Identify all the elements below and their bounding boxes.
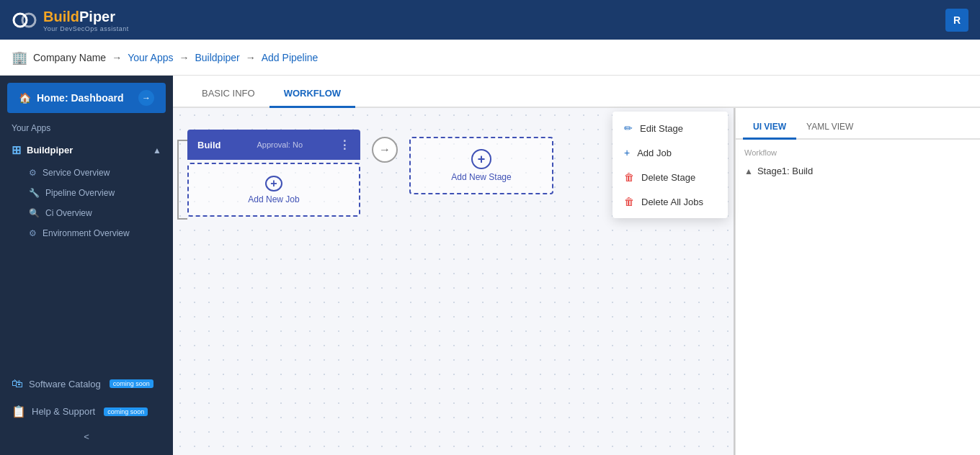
sidebar-bottom: 🛍 Software Catalog coming soon 📋 Help & … xyxy=(0,370,173,455)
workflow-panel-label: Workflow xyxy=(744,148,971,157)
search-icon: 🔍 xyxy=(29,208,40,218)
stage-bracket xyxy=(177,140,187,220)
sidebar-item-service-overview[interactable]: ⚙ Service Overview xyxy=(0,163,173,183)
app-name-label: Buildpiper xyxy=(27,145,73,156)
main-layout: 🏠 Home: Dashboard → Your Apps ⊞ Buildpip… xyxy=(0,76,980,455)
catalog-icon: 🛍 xyxy=(12,377,23,390)
workflow-area: Build Approval: No ⋮ + Add New Job → xyxy=(173,108,980,455)
breadcrumb-your-apps[interactable]: Your Apps xyxy=(128,52,173,63)
add-job-plus-icon: + xyxy=(265,176,282,192)
logo-name: BuildPiper xyxy=(43,8,129,25)
delete-stage-label: Delete Stage xyxy=(641,172,695,183)
home-dashboard-button[interactable]: 🏠 Home: Dashboard → xyxy=(7,83,166,113)
trash-icon-2: 🗑 xyxy=(624,196,634,207)
chevron-up-icon: ▲ xyxy=(153,145,161,156)
add-stage-label: Add New Stage xyxy=(451,172,511,182)
context-menu: ✏ Edit Stage + Add Job 🗑 Delete Stage 🗑 … xyxy=(612,112,728,218)
gear-icon-2: ⚙ xyxy=(29,228,37,238)
home-icon: 🏠 xyxy=(19,92,31,104)
context-menu-delete-all-jobs[interactable]: 🗑 Delete All Jobs xyxy=(612,189,728,214)
edit-stage-label: Edit Stage xyxy=(640,123,683,134)
environment-overview-label: Environment Overview xyxy=(43,228,130,238)
sidebar-item-environment-overview[interactable]: ⚙ Environment Overview xyxy=(0,223,173,243)
service-overview-label: Service Overview xyxy=(43,168,110,178)
context-menu-edit-stage[interactable]: ✏ Edit Stage xyxy=(612,116,728,140)
context-menu-delete-stage[interactable]: 🗑 Delete Stage xyxy=(612,165,728,189)
software-catalog-label: Software Catalog xyxy=(29,379,101,389)
home-arrow-icon: → xyxy=(138,90,154,106)
add-job-ctx-label: Add Job xyxy=(637,148,672,158)
right-panel: UI VIEW YAML VIEW Workflow ▲ Stage1: Bui… xyxy=(735,108,980,455)
sidebar-collapse-button[interactable]: < xyxy=(0,425,173,448)
help-support-badge: coming soon xyxy=(104,407,148,416)
logo-subtitle: Your DevSecOps assistant xyxy=(43,25,129,32)
sidebar-item-software-catalog[interactable]: 🛍 Software Catalog coming soon xyxy=(0,370,173,397)
canvas-divider xyxy=(734,108,735,455)
logo-text: BuildPiper Your DevSecOps assistant xyxy=(43,8,129,32)
trash-icon-1: 🗑 xyxy=(624,171,634,183)
sidebar-item-help-support[interactable]: 📋 Help & Support coming soon xyxy=(0,397,173,425)
collapse-icon: < xyxy=(84,431,89,442)
ci-overview-label: Ci Overview xyxy=(45,208,92,218)
tab-workflow[interactable]: WORKFLOW xyxy=(270,81,355,108)
connector-arrow: → xyxy=(372,137,398,163)
topbar: BuildPiper Your DevSecOps assistant R xyxy=(0,0,980,40)
stage-header: Build Approval: No ⋮ xyxy=(187,130,360,160)
software-catalog-badge: coming soon xyxy=(110,379,153,388)
tab-yaml-view[interactable]: YAML VIEW xyxy=(796,116,863,140)
sidebar-item-ci-overview[interactable]: 🔍 Ci Overview xyxy=(0,203,173,223)
sidebar-item-pipeline-overview[interactable]: 🔧 Pipeline Overview xyxy=(0,183,173,203)
add-stage-plus-icon: + xyxy=(471,149,491,169)
chevron-up-icon: ▲ xyxy=(744,166,753,176)
stage-container: Build Approval: No ⋮ + Add New Job xyxy=(187,130,360,217)
help-icon: 📋 xyxy=(12,405,26,418)
circle-arrow-icon: → xyxy=(372,137,398,163)
building-icon: 🏢 xyxy=(12,50,27,66)
stage-tree-label: Stage1: Build xyxy=(757,166,813,176)
breadcrumb-buildpiper[interactable]: Buildpiper xyxy=(195,52,239,63)
breadcrumb-company[interactable]: Company Name xyxy=(33,52,106,63)
help-support-label: Help & Support xyxy=(32,406,95,417)
breadcrumb-arrow-3: → xyxy=(246,52,256,63)
plus-icon: + xyxy=(624,147,630,158)
tab-basic-info[interactable]: BASIC INFO xyxy=(187,81,270,108)
tab-ui-view[interactable]: UI VIEW xyxy=(743,116,796,140)
logo-piper: Piper xyxy=(79,9,115,24)
grid-icon: ⊞ xyxy=(12,143,21,157)
logo: BuildPiper Your DevSecOps assistant xyxy=(12,7,129,33)
wrench-icon: 🔧 xyxy=(29,188,40,198)
home-label: Home: Dashboard xyxy=(37,92,124,104)
right-panel-content: Workflow ▲ Stage1: Build xyxy=(736,140,980,455)
stage-name-label: Build xyxy=(197,140,221,150)
user-avatar[interactable]: R xyxy=(945,9,968,32)
add-stage-box[interactable]: + Add New Stage xyxy=(409,137,553,194)
logo-icon xyxy=(12,7,37,33)
approval-label: Approval: No xyxy=(257,140,303,149)
stage-tree-item[interactable]: ▲ Stage1: Build xyxy=(744,163,971,179)
breadcrumb-arrow-1: → xyxy=(112,52,122,63)
breadcrumb-arrow-2: → xyxy=(179,52,189,63)
sidebar: 🏠 Home: Dashboard → Your Apps ⊞ Buildpip… xyxy=(0,76,173,455)
breadcrumb: 🏢 Company Name → Your Apps → Buildpiper … xyxy=(0,40,980,76)
gear-icon-1: ⚙ xyxy=(29,168,37,178)
logo-build: Build xyxy=(43,9,79,24)
delete-all-jobs-label: Delete All Jobs xyxy=(641,197,703,207)
tabs-bar: BASIC INFO WORKFLOW xyxy=(173,76,980,108)
edit-icon: ✏ xyxy=(624,122,633,134)
breadcrumb-add-pipeline[interactable]: Add Pipeline xyxy=(262,52,318,63)
sidebar-item-buildpiper[interactable]: ⊞ Buildpiper ▲ xyxy=(0,138,173,163)
add-job-label: Add New Job xyxy=(248,194,299,204)
svg-point-1 xyxy=(22,14,35,27)
sidebar-section-title: Your Apps xyxy=(0,113,173,138)
content-area: BASIC INFO WORKFLOW Build Approval: No ⋮ xyxy=(173,76,980,455)
right-panel-tabs: UI VIEW YAML VIEW xyxy=(736,108,980,140)
pipeline-overview-label: Pipeline Overview xyxy=(45,188,115,198)
stage-menu-dots[interactable]: ⋮ xyxy=(339,138,350,152)
context-menu-add-job[interactable]: + Add Job xyxy=(612,140,728,165)
add-job-box[interactable]: + Add New Job xyxy=(187,163,360,217)
